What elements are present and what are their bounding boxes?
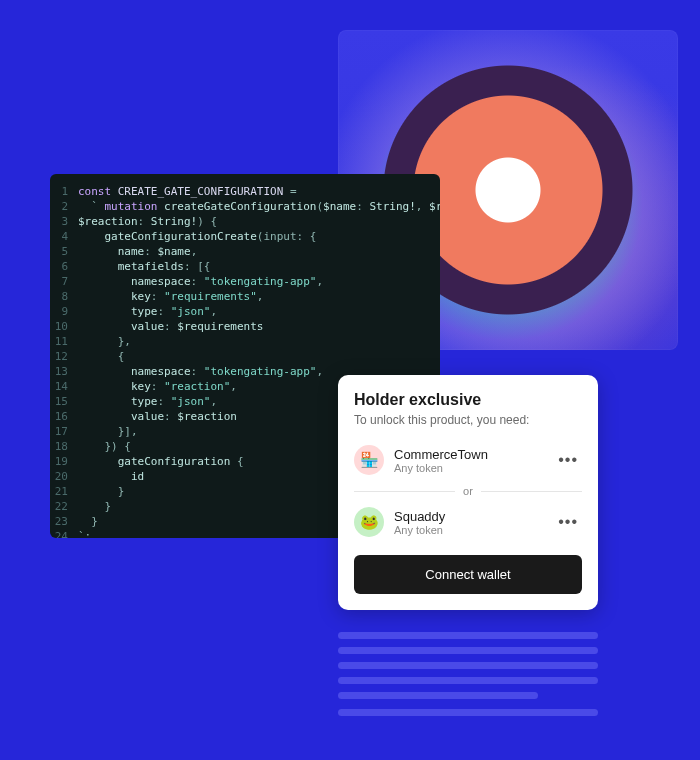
connect-wallet-button[interactable]: Connect wallet bbox=[354, 555, 582, 594]
code-line: 11 }, bbox=[50, 334, 440, 349]
line-number: 23 bbox=[50, 514, 78, 529]
line-number: 19 bbox=[50, 454, 78, 469]
code-content: } bbox=[78, 514, 98, 529]
code-content: value: $reaction bbox=[78, 409, 237, 424]
requirement-sub: Any token bbox=[394, 524, 544, 536]
code-content: }], bbox=[78, 424, 138, 439]
requirement-row: 🏪 CommerceTown Any token ••• bbox=[354, 441, 582, 479]
line-number: 24 bbox=[50, 529, 78, 538]
line-number: 12 bbox=[50, 349, 78, 364]
code-content: key: "reaction", bbox=[78, 379, 237, 394]
more-icon[interactable]: ••• bbox=[554, 453, 582, 467]
code-content: metafields: [{ bbox=[78, 259, 210, 274]
requirement-text: CommerceTown Any token bbox=[394, 447, 544, 474]
placeholder-line bbox=[338, 677, 598, 684]
line-number: 13 bbox=[50, 364, 78, 379]
placeholder-line bbox=[338, 709, 598, 716]
requirement-row: 🐸 Squaddy Any token ••• bbox=[354, 503, 582, 541]
code-content: gateConfiguration { bbox=[78, 454, 244, 469]
code-content: } bbox=[78, 499, 111, 514]
line-number: 6 bbox=[50, 259, 78, 274]
line-number: 14 bbox=[50, 379, 78, 394]
separator-text: or bbox=[463, 485, 473, 497]
code-line: 8 key: "requirements", bbox=[50, 289, 440, 304]
line-number: 1 bbox=[50, 184, 78, 199]
code-content: namespace: "tokengating-app", bbox=[78, 274, 323, 289]
code-line: 7 namespace: "tokengating-app", bbox=[50, 274, 440, 289]
placeholder-line bbox=[338, 662, 598, 669]
line-number: 10 bbox=[50, 319, 78, 334]
code-content: name: $name, bbox=[78, 244, 197, 259]
line-number: 2 bbox=[50, 199, 78, 214]
line-number: 16 bbox=[50, 409, 78, 424]
separator-line bbox=[354, 491, 455, 492]
store-icon: 🏪 bbox=[360, 451, 379, 469]
code-content: $reaction: String!) { bbox=[78, 214, 217, 229]
line-number: 5 bbox=[50, 244, 78, 259]
more-icon[interactable]: ••• bbox=[554, 515, 582, 529]
code-content: }, bbox=[78, 334, 131, 349]
line-number: 21 bbox=[50, 484, 78, 499]
code-line: 6 metafields: [{ bbox=[50, 259, 440, 274]
squaddy-avatar: 🐸 bbox=[354, 507, 384, 537]
code-line: 10 value: $requirements bbox=[50, 319, 440, 334]
commercetown-avatar: 🏪 bbox=[354, 445, 384, 475]
line-number: 4 bbox=[50, 229, 78, 244]
line-number: 9 bbox=[50, 304, 78, 319]
code-content: value: $requirements bbox=[78, 319, 263, 334]
code-line: 4 gateConfigurationCreate(input: { bbox=[50, 229, 440, 244]
code-content: `; bbox=[78, 529, 91, 538]
code-line: 2 ` mutation createGateConfiguration($na… bbox=[50, 199, 440, 214]
line-number: 17 bbox=[50, 424, 78, 439]
card-title: Holder exclusive bbox=[354, 391, 582, 409]
frog-icon: 🐸 bbox=[360, 513, 379, 531]
code-content: }) { bbox=[78, 439, 131, 454]
line-number: 20 bbox=[50, 469, 78, 484]
code-content: namespace: "tokengating-app", bbox=[78, 364, 323, 379]
line-number: 18 bbox=[50, 439, 78, 454]
requirement-text: Squaddy Any token bbox=[394, 509, 544, 536]
line-number: 15 bbox=[50, 394, 78, 409]
card-subtitle: To unlock this product, you need: bbox=[354, 413, 582, 427]
code-content: gateConfigurationCreate(input: { bbox=[78, 229, 316, 244]
line-number: 22 bbox=[50, 499, 78, 514]
code-line: 1const CREATE_GATE_CONFIGURATION = bbox=[50, 184, 440, 199]
code-content: key: "requirements", bbox=[78, 289, 263, 304]
code-content: type: "json", bbox=[78, 304, 217, 319]
code-line: 5 name: $name, bbox=[50, 244, 440, 259]
separator: or bbox=[354, 485, 582, 497]
code-content: type: "json", bbox=[78, 394, 217, 409]
placeholder-text-block bbox=[338, 632, 598, 724]
line-number: 8 bbox=[50, 289, 78, 304]
code-content: id bbox=[78, 469, 144, 484]
requirement-sub: Any token bbox=[394, 462, 544, 474]
line-number: 3 bbox=[50, 214, 78, 229]
separator-line bbox=[481, 491, 582, 492]
placeholder-line bbox=[338, 632, 598, 639]
requirement-name: Squaddy bbox=[394, 509, 544, 524]
line-number: 11 bbox=[50, 334, 78, 349]
code-line: 12 { bbox=[50, 349, 440, 364]
code-content: } bbox=[78, 484, 124, 499]
code-line: 9 type: "json", bbox=[50, 304, 440, 319]
code-line: 3$reaction: String!) { bbox=[50, 214, 440, 229]
requirement-name: CommerceTown bbox=[394, 447, 544, 462]
line-number: 7 bbox=[50, 274, 78, 289]
placeholder-line bbox=[338, 692, 538, 699]
code-content: ` mutation createGateConfiguration($name… bbox=[78, 199, 440, 214]
placeholder-line bbox=[338, 647, 598, 654]
code-content: { bbox=[78, 349, 124, 364]
code-content: const CREATE_GATE_CONFIGURATION = bbox=[78, 184, 297, 199]
holder-exclusive-card: Holder exclusive To unlock this product,… bbox=[338, 375, 598, 610]
